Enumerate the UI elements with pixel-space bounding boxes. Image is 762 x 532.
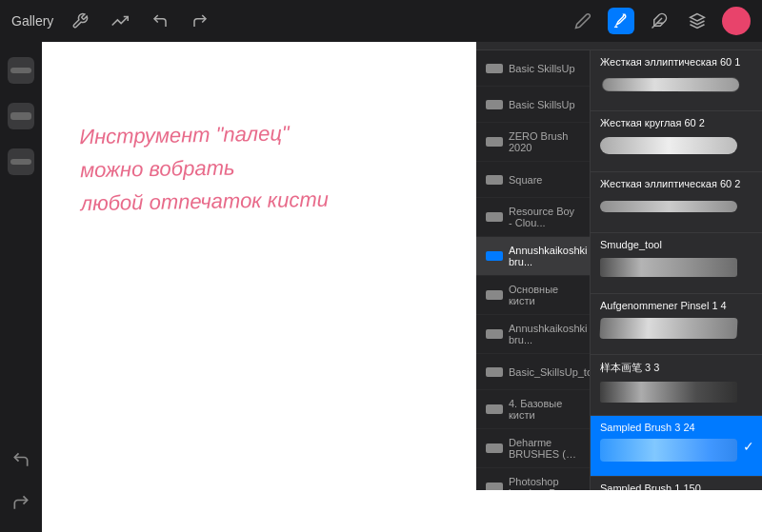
brush-name: Жесткая круглая 60 2 [600, 117, 752, 128]
category-icon [486, 100, 503, 109]
category-label: Square [509, 174, 542, 186]
brush-list-item[interactable]: Жесткая эллиптическая 60 2 [591, 172, 762, 233]
smudge-tool-icon[interactable] [646, 8, 672, 34]
brush-list-item[interactable]: Smudge_tool [591, 233, 762, 294]
category-icon [486, 329, 503, 339]
brush-stroke-preview [600, 315, 752, 342]
brush-previews-list: Жесткая эллиптическая 60 1Жесткая кругла… [591, 50, 762, 490]
gallery-button[interactable]: Gallery [11, 13, 53, 29]
brush-stroke-preview [600, 193, 752, 220]
category-icon [486, 212, 503, 222]
category-item[interactable]: Annushkaikoshki bru... [476, 315, 590, 354]
undo-action-button[interactable] [11, 450, 30, 474]
brush-name: Жесткая эллиптическая 60 1 [600, 56, 752, 68]
category-item[interactable]: Resource Boy - Clou... [476, 198, 590, 237]
wrench-icon[interactable] [67, 8, 93, 34]
category-label: Annushkaikoshki bru... [509, 323, 588, 345]
brush-list-item[interactable]: Sampled Brush 1 150 [591, 477, 762, 490]
brush-list-item[interactable]: Жесткая круглая 60 2 [591, 111, 762, 172]
sidebar-opacity[interactable] [8, 148, 34, 175]
brush-name: Жесткая эллиптическая 60 2 [600, 178, 752, 189]
brush-panel-content: Basic SkillsUpBasic SkillsUpZERO Brush 2… [476, 50, 762, 490]
category-icon [486, 483, 503, 490]
brush-stroke-preview [600, 132, 752, 159]
category-icon [486, 443, 503, 453]
left-sidebar [0, 42, 42, 532]
avatar [722, 7, 751, 35]
category-item[interactable]: Annushkaikoshki bru... [476, 237, 590, 276]
category-item[interactable]: Deharme BRUSHES (… [476, 429, 590, 468]
category-label: Basic SkillsUp [509, 99, 575, 110]
category-icon [486, 251, 503, 261]
category-label: Deharme BRUSHES (… [509, 437, 580, 460]
category-label: Annushkaikoshki bru... [509, 245, 588, 267]
brush-stroke-preview [600, 437, 752, 463]
category-label: Основные кисти [509, 284, 580, 306]
category-label: Resource Boy - Clou... [509, 206, 580, 228]
sidebar-size-2[interactable] [8, 103, 34, 129]
category-icon [486, 404, 503, 414]
brush-name: Sampled Brush 1 150 [600, 483, 752, 490]
brush-tool-icon[interactable] [608, 8, 634, 34]
brush-list-item[interactable]: Sampled Brush 3 24✓ [591, 416, 762, 477]
adjust-icon[interactable] [107, 8, 133, 34]
category-item[interactable]: Основные кисти [476, 276, 590, 315]
brush-name: 样本画笔 3 3 [600, 361, 752, 375]
brush-name: Smudge_tool [600, 239, 752, 250]
layers-icon[interactable] [684, 8, 711, 34]
category-label: Photoshop brushes B... [509, 476, 580, 490]
toolbar: Gallery [0, 0, 762, 42]
category-icon [486, 64, 503, 73]
canvas-handwriting: Инструмент "палец" можно вобрать любой о… [79, 116, 329, 221]
sidebar-size-1[interactable] [8, 57, 34, 84]
brush-stroke-preview [600, 254, 752, 281]
category-icon [486, 367, 503, 377]
brush-stroke-preview [600, 379, 752, 405]
category-icon [486, 137, 503, 147]
category-item[interactable]: 4. Базовые кисти [476, 390, 590, 429]
category-item[interactable]: Basic_SkillsUp_tool... [476, 354, 590, 390]
brush-name: Aufgenommener Pinsel 1 4 [600, 300, 752, 311]
brush-list-item[interactable]: 样本画笔 3 3 [591, 355, 762, 416]
undo-icon[interactable] [147, 8, 173, 34]
brush-list-item[interactable]: Aufgenommener Pinsel 1 4 [591, 294, 762, 355]
brush-stroke-preview [600, 71, 752, 98]
redo-action-button[interactable] [11, 493, 30, 517]
svg-marker-2 [691, 14, 705, 22]
pencil-tool-icon[interactable] [570, 8, 596, 34]
category-item[interactable]: Photoshop brushes B... [476, 468, 590, 490]
category-label: Basic_SkillsUp_tool... [509, 366, 591, 378]
redo-icon[interactable] [187, 8, 213, 34]
brush-library-panel: Brush Library + Basic SkillsUpBasic Skil… [476, 0, 762, 490]
category-label: Basic SkillsUp [509, 63, 575, 74]
category-label: ZERO Brush 2020 [509, 130, 580, 153]
category-label: 4. Базовые кисти [509, 398, 580, 421]
category-item[interactable]: Square [476, 162, 590, 198]
brush-name: Sampled Brush 3 24 [600, 422, 752, 433]
category-icon [486, 175, 503, 185]
category-item[interactable]: Basic SkillsUp [476, 50, 590, 87]
category-item[interactable]: ZERO Brush 2020 [476, 123, 590, 162]
brush-list-item[interactable]: Жесткая эллиптическая 60 1 [591, 50, 762, 111]
brush-categories-list: Basic SkillsUpBasic SkillsUpZERO Brush 2… [476, 50, 591, 490]
category-item[interactable]: Basic SkillsUp [476, 87, 590, 123]
category-icon [486, 290, 503, 300]
selected-checkmark: ✓ [743, 439, 754, 454]
